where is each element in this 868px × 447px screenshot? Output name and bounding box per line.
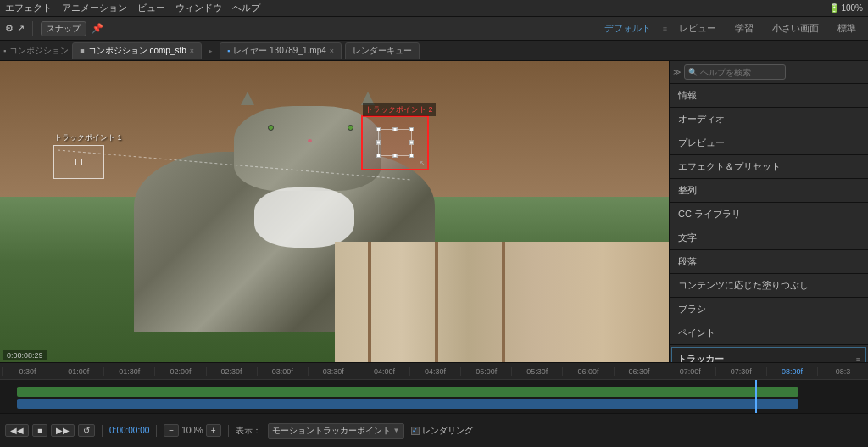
- panel-text[interactable]: 文字: [670, 226, 868, 250]
- tab-review[interactable]: レビュー: [672, 22, 723, 35]
- tool-icon-2[interactable]: ↗: [17, 23, 25, 34]
- menu-item-window[interactable]: ウィンドウ: [175, 2, 222, 14]
- tracker-title: トラッカー ≡: [677, 353, 860, 362]
- ruler-mark-15: 08:00f: [766, 367, 817, 376]
- tab-comp-close[interactable]: ×: [190, 47, 194, 55]
- tab-default[interactable]: デフォルト: [598, 22, 658, 35]
- current-time-display: 0:00:00:00: [109, 426, 149, 435]
- track-point-2-label: トラックポイント 2: [363, 103, 436, 116]
- panel-effects-title: エフェクト＆プリセット: [678, 160, 860, 173]
- tab-render[interactable]: レンダーキュー: [345, 42, 420, 59]
- tab-small[interactable]: 小さい画面: [765, 22, 826, 35]
- loop-btn[interactable]: ↺: [78, 424, 95, 437]
- track-point-1-crosshair: [75, 159, 82, 165]
- search-icon: 🔍: [688, 68, 698, 76]
- layer-icon: ▪: [227, 47, 230, 55]
- panel-preview[interactable]: プレビュー: [670, 131, 868, 155]
- render-checkbox-label[interactable]: レンダリング: [411, 425, 473, 437]
- tracker-panel: トラッカー ≡ 3D カメラ ワープスタビライズ トラック スタビライズ ソース…: [671, 347, 866, 362]
- toolbar-divider-1: [32, 21, 33, 36]
- timeline-tracks[interactable]: [0, 380, 868, 413]
- tab-layer-label: レイヤー 130789_1.mp4: [233, 45, 326, 57]
- snap-button[interactable]: スナップ: [41, 21, 86, 36]
- display-label: 表示：: [236, 425, 261, 437]
- panel-effects[interactable]: エフェクト＆プリセット: [670, 155, 868, 179]
- handle-mr[interactable]: [409, 141, 414, 145]
- tab-learn[interactable]: 学習: [728, 22, 760, 35]
- play-backward-btn[interactable]: ◀◀: [5, 424, 29, 437]
- tracker-menu-icon[interactable]: ≡: [856, 355, 860, 363]
- right-panel: ≫ 🔍 情報 オーディオ プレビュー エフェクト＆プ: [669, 61, 868, 362]
- comp-icon: ▪: [3, 47, 6, 55]
- search-bar[interactable]: 🔍: [684, 64, 786, 80]
- panel-info-label: 情報: [678, 89, 697, 102]
- cat-eye-right: [348, 125, 353, 131]
- panel-audio-label: オーディオ: [678, 113, 725, 126]
- play-stop-btn[interactable]: ■: [32, 424, 47, 437]
- handle-tl[interactable]: [376, 127, 381, 131]
- ruler-mark-3: 02:00f: [154, 367, 205, 376]
- panel-cc-title: CC ライブラリ: [678, 208, 860, 221]
- track-point-2[interactable]: トラックポイント 2 ↖: [361, 115, 429, 170]
- panel-brush[interactable]: ブラシ: [670, 298, 868, 321]
- time-display: 0:00:00:00: [109, 426, 149, 435]
- panel-align-title: 整列: [678, 184, 860, 197]
- main-content: トラックポイント 1 トラックポイント 2 ↖ 0:00:08:29: [0, 61, 868, 362]
- handle-ml[interactable]: [376, 141, 381, 145]
- tab-standard[interactable]: 標準: [831, 22, 863, 35]
- ruler-marks-container: 0:30f 01:00f 01:30f 02:00f 02:30f 03:00f…: [0, 367, 868, 376]
- menu-item-view[interactable]: ビュー: [137, 2, 165, 14]
- display-mode-arrow: ▼: [393, 427, 400, 434]
- tab-divider: ≡: [663, 25, 667, 33]
- panel-paintpanel[interactable]: ペイント: [670, 321, 868, 345]
- timeline-bar-layer[interactable]: [17, 399, 798, 409]
- handle-bl[interactable]: [376, 154, 381, 158]
- panel-info[interactable]: 情報: [670, 84, 868, 108]
- handle-tm[interactable]: [393, 127, 398, 131]
- menu-item-help[interactable]: ヘルプ: [232, 2, 260, 14]
- tab-arrow: ▸: [209, 47, 213, 55]
- track-cursor[interactable]: ↖: [420, 159, 426, 167]
- zoom-out-btn[interactable]: −: [164, 424, 179, 437]
- play-forward-btn[interactable]: ▶▶: [51, 424, 75, 437]
- search-input[interactable]: [700, 68, 782, 77]
- display-mode-value: モーショントラッカーポイント: [272, 425, 391, 437]
- zoom-controls: − 100% +: [164, 424, 220, 437]
- system-status: 🔋 100%: [829, 3, 863, 13]
- zoom-in-btn[interactable]: +: [206, 424, 221, 437]
- tab-layer[interactable]: ▪ レイヤー 130789_1.mp4 ×: [220, 42, 342, 59]
- tab-render-label: レンダーキュー: [353, 45, 412, 57]
- tabs-row: ▪ コンポジション ■ コンポジション comp_stb × ▸ ▪ レイヤー …: [0, 41, 868, 61]
- timeline-bar-main[interactable]: [17, 387, 798, 397]
- fence-post-2: [435, 242, 438, 362]
- panel-align[interactable]: 整列: [670, 179, 868, 203]
- handle-bm[interactable]: [393, 154, 398, 158]
- panel-paintpanel-title: ペイント: [678, 327, 860, 339]
- panel-paint[interactable]: 段落: [670, 250, 868, 274]
- panel-cc[interactable]: CC ライブラリ: [670, 203, 868, 226]
- ruler-mark-13: 07:00f: [665, 367, 715, 376]
- track-point-1[interactable]: トラックポイント 1: [53, 145, 104, 179]
- tab-layer-close[interactable]: ×: [330, 47, 334, 55]
- tool-icons: ⚙ ↗: [5, 23, 25, 34]
- menu-item-effects[interactable]: エフェクト: [5, 2, 52, 14]
- status-bar: ◀◀ ■ ▶▶ ↺ 0:00:00:00 − 100% + 表示： モーショント…: [0, 413, 868, 447]
- render-checkbox[interactable]: [411, 427, 420, 435]
- display-mode-select[interactable]: モーショントラッカーポイント ▼: [268, 423, 404, 439]
- panel-paint-title: 段落: [678, 255, 860, 268]
- menu-item-animation[interactable]: アニメーション: [62, 2, 127, 14]
- tracker-title-label: トラッカー: [677, 353, 724, 362]
- ruler-mark-12: 06:30f: [614, 367, 665, 376]
- playback-controls: ◀◀ ■ ▶▶ ↺: [5, 424, 95, 437]
- tool-icon-1[interactable]: ⚙: [5, 23, 14, 34]
- ruler-mark-7: 04:00f: [359, 367, 409, 376]
- track-point-1-label: トラックポイント 1: [54, 132, 122, 143]
- playhead[interactable]: [755, 380, 757, 413]
- panel-audio[interactable]: オーディオ: [670, 108, 868, 131]
- panel-brush-label: ブラシ: [678, 303, 706, 316]
- handle-br[interactable]: [409, 154, 414, 158]
- video-panel[interactable]: トラックポイント 1 トラックポイント 2 ↖ 0:00:08:29: [0, 61, 669, 362]
- handle-tr[interactable]: [409, 127, 414, 131]
- tab-comp[interactable]: ■ コンポジション comp_stb ×: [72, 42, 202, 59]
- panel-content-fill[interactable]: コンテンツに応じた塗りつぶし: [670, 274, 868, 298]
